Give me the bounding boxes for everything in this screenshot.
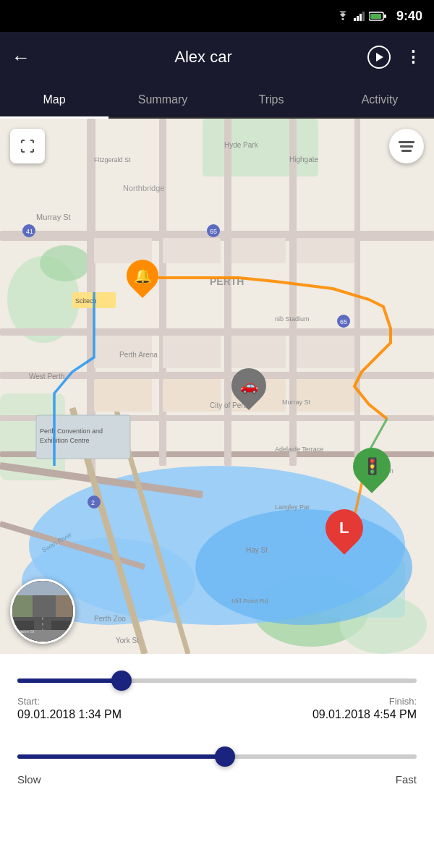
svg-text:65: 65 [340,318,347,326]
green-marker-icon: 🚦 [362,457,382,476]
map-view[interactable]: Murray St Perth Arena PERTH nib Stadium … [0,119,434,654]
svg-text:Perth Convention and: Perth Convention and [40,427,103,435]
map-background: Murray St Perth Arena PERTH nib Stadium … [0,119,434,654]
svg-text:Northbridge: Northbridge [123,184,164,192]
svg-rect-20 [0,372,434,379]
svg-rect-19 [0,328,434,336]
svg-rect-24 [159,119,166,466]
svg-text:2: 2 [91,499,95,506]
svg-rect-6 [370,14,381,19]
play-button[interactable] [367,46,391,69]
speed-slider-track[interactable] [17,754,417,759]
tab-summary[interactable]: Summary [109,82,217,117]
start-value: 09.01.2018 1:34 PM [17,708,122,721]
svg-text:Perth Arena: Perth Arena [119,351,158,359]
map-frame-button[interactable] [10,129,45,163]
svg-text:Mason St: Mason St [16,629,35,634]
speed-slider-section: Slow Fast [17,744,417,786]
speed-labels: Slow Fast [17,773,417,786]
svg-rect-33 [163,238,221,263]
svg-text:Murray St: Murray St [36,213,71,221]
frame-icon [19,137,36,155]
svg-rect-34 [231,238,286,263]
street-thumbnail[interactable]: Mason St [10,579,75,644]
svg-rect-40 [94,379,152,412]
svg-point-17 [195,509,412,625]
bell-icon: 🔔 [134,267,152,284]
speed-slider-thumb[interactable] [215,746,235,767]
header-title: Alex car [39,48,367,67]
svg-text:West Perth: West Perth [29,373,64,380]
map-layers-button[interactable] [389,129,424,163]
svg-rect-43 [297,379,354,412]
time-slider-dates: Start: 09.01.2018 1:34 PM Finish: 09.01.… [17,696,417,721]
svg-rect-2 [359,14,362,21]
marker-green[interactable]: 🚦 [353,448,391,485]
finish-datetime: Finish: 09.01.2018 4:54 PM [312,696,417,721]
car-icon: 🚗 [240,377,258,394]
svg-text:65: 65 [210,228,217,235]
slow-label: Slow [17,773,41,786]
svg-text:Hay St: Hay St [246,546,268,554]
svg-text:Adelaide Terrace: Adelaide Terrace [275,446,323,453]
tab-activity[interactable]: Activity [326,82,434,117]
signal-icon [354,11,365,21]
svg-text:Highgate: Highgate [289,156,318,163]
time-slider-thumb[interactable] [111,671,132,691]
svg-text:York St: York St [116,637,139,644]
app-header: ← Alex car ⋮ [0,32,434,82]
tab-map[interactable]: Map [0,82,109,117]
battery-icon [369,12,386,21]
back-button[interactable]: ← [12,46,30,69]
tab-bar: Map Summary Trips Activity [0,82,434,119]
time-slider-section: Start: 09.01.2018 1:34 PM Finish: 09.01.… [17,668,417,721]
svg-text:Langley Par: Langley Par [275,503,310,511]
header-actions: ⋮ [367,46,422,69]
svg-rect-14 [203,119,318,176]
svg-rect-38 [231,336,286,368]
fast-label: Fast [396,773,417,786]
bottom-panel: Start: 09.01.2018 1:34 PM Finish: 09.01.… [0,654,434,861]
svg-rect-5 [384,14,386,18]
svg-text:41: 41 [26,228,33,235]
time-slider-track[interactable] [17,678,417,683]
svg-text:Fitzgerald St: Fitzgerald St [94,156,131,163]
status-icons [336,11,386,22]
start-label: Start: [17,696,122,707]
svg-text:Mill Point Rd: Mill Point Rd [231,597,268,605]
svg-rect-27 [354,119,360,466]
svg-rect-39 [297,336,354,368]
svg-rect-3 [362,12,365,21]
svg-rect-90 [12,595,33,617]
svg-text:Hyde Park: Hyde Park [224,141,259,149]
svg-rect-25 [224,119,231,466]
tab-trips[interactable]: Trips [217,82,326,117]
marker-red-l[interactable]: L [326,509,363,547]
layers-icon [399,141,414,152]
marker-bell[interactable]: 🔔 [127,260,158,292]
start-datetime: Start: 09.01.2018 1:34 PM [17,696,122,721]
thumbnail-image: Mason St [12,581,73,642]
svg-rect-35 [297,238,354,263]
svg-text:PERTH: PERTH [210,276,244,287]
status-bar: 9:40 [0,0,434,32]
l-label: L [339,519,349,537]
finish-label: Finish: [312,696,417,707]
wifi-icon [336,11,350,22]
svg-text:nib Stadium: nib Stadium [275,315,310,323]
svg-rect-26 [289,119,297,466]
svg-text:Scitech: Scitech [75,297,97,305]
svg-text:Exhibition Centre: Exhibition Centre [40,437,90,444]
finish-value: 09.01.2018 4:54 PM [312,708,417,721]
svg-rect-91 [56,592,73,617]
time-slider-fill [17,678,122,683]
svg-rect-1 [357,16,359,21]
svg-point-9 [40,245,90,281]
marker-car[interactable]: 🚗 [231,368,266,403]
svg-text:Perth Zoo: Perth Zoo [94,615,126,623]
status-time: 9:40 [396,9,422,24]
svg-rect-37 [163,336,221,368]
svg-rect-0 [354,18,356,21]
thumbnail-svg: Mason St [12,581,73,642]
more-button[interactable]: ⋮ [405,48,422,67]
